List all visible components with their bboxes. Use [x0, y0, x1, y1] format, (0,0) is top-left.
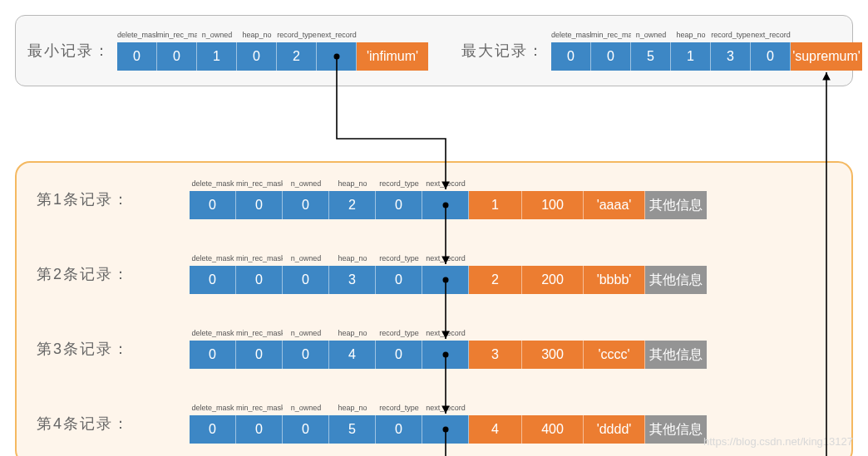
column-header-min_rec_mask: min_rec_mask: [236, 254, 283, 266]
user-record-label: 第4条记录：: [37, 414, 178, 434]
column-header-delete_mask: delete_mask: [190, 329, 236, 341]
header-cell-n_owned: 1: [197, 42, 237, 71]
column-header-next_record: next_record: [422, 179, 469, 191]
header-cell-heap_no: 2: [329, 191, 376, 219]
column-header-heap_no: heap_no: [329, 254, 376, 266]
header-cell-record_type: 2: [277, 42, 317, 71]
column-header-next_record: next_record: [422, 254, 469, 266]
header-cell-min_rec_mask: 0: [236, 415, 283, 444]
header-cell-heap_no: 4: [329, 341, 376, 369]
header-cell-min_rec_mask: 0: [591, 42, 631, 71]
header-cell-record_type: 0: [376, 266, 422, 294]
data-cell: 200: [522, 266, 584, 294]
column-header-delete_mask: delete_mask: [190, 404, 236, 415]
system-record: 最大记录：delete_maskmin_rec_maskn_ownedheap_…: [461, 31, 862, 71]
other-info-cell: 其他信息: [645, 191, 707, 219]
data-cell: 300: [522, 341, 584, 369]
column-header-record_type: record_type: [711, 31, 751, 42]
header-cell-delete_mask: 0: [190, 415, 236, 444]
column-header-record_type: record_type: [376, 329, 422, 341]
column-header-heap_no: heap_no: [329, 179, 376, 191]
column-header-heap_no: heap_no: [237, 31, 277, 42]
user-record-label: 第2条记录：: [37, 264, 178, 284]
header-cell-heap_no: 3: [329, 266, 376, 294]
data-cell: 'bbbb': [584, 266, 645, 294]
data-cell: 'aaaa': [584, 191, 645, 219]
system-records-box: 最小记录：delete_maskmin_rec_maskn_ownedheap_…: [15, 15, 853, 86]
header-cell-record_type: 0: [376, 415, 422, 444]
system-record-label: 最大记录：: [461, 41, 545, 61]
record-payload: 'infimum': [357, 42, 428, 71]
column-header-next_record: next_record: [422, 329, 469, 341]
data-cell: 'cccc': [584, 341, 645, 369]
header-cell-record_type: 3: [711, 42, 751, 71]
column-header-heap_no: heap_no: [329, 329, 376, 341]
column-header-n_owned: n_owned: [283, 254, 329, 266]
data-cell: 2: [469, 266, 522, 294]
column-header-delete_mask: delete_mask: [190, 179, 236, 191]
column-header-delete_mask: delete_mask: [551, 31, 591, 42]
header-cell-record_type: 0: [376, 191, 422, 219]
user-record-label: 第3条记录：: [37, 339, 178, 359]
header-cell-heap_no: 0: [237, 42, 277, 71]
header-cell-heap_no: 5: [329, 415, 376, 444]
column-header-min_rec_mask: min_rec_mask: [236, 329, 283, 341]
header-cell-delete_mask: 0: [190, 341, 236, 369]
header-cell-min_rec_mask: 0: [236, 266, 283, 294]
column-header-n_owned: n_owned: [283, 404, 329, 415]
header-cell-n_owned: 0: [283, 415, 329, 444]
header-cell-next_record: [422, 191, 469, 219]
header-cell-n_owned: 0: [283, 266, 329, 294]
column-header-n_owned: n_owned: [197, 31, 237, 42]
header-cell-delete_mask: 0: [117, 42, 157, 71]
user-records-box: 第1条记录：delete_maskmin_rec_maskn_ownedheap…: [15, 161, 853, 456]
record-payload: 'supremum': [791, 42, 862, 71]
system-record-label: 最小记录：: [27, 41, 111, 61]
other-info-cell: 其他信息: [645, 341, 707, 369]
column-header-n_owned: n_owned: [631, 31, 671, 42]
column-header-record_type: record_type: [376, 179, 422, 191]
data-cell: 100: [522, 191, 584, 219]
column-header-heap_no: heap_no: [329, 404, 376, 415]
column-header-heap_no: heap_no: [671, 31, 711, 42]
header-cell-n_owned: 5: [631, 42, 671, 71]
column-header-next_record: next_record: [751, 31, 791, 42]
header-cell-next_record: [422, 415, 469, 444]
column-header-n_owned: n_owned: [283, 329, 329, 341]
header-cell-delete_mask: 0: [190, 191, 236, 219]
user-record-row: 第1条记录：delete_maskmin_rec_maskn_ownedheap…: [37, 179, 831, 219]
column-header-n_owned: n_owned: [283, 179, 329, 191]
header-cell-record_type: 0: [376, 341, 422, 369]
user-record-label: 第1条记录：: [37, 189, 178, 209]
data-cell: 4: [469, 415, 522, 444]
header-cell-n_owned: 0: [283, 341, 329, 369]
header-cell-next_record: 0: [751, 42, 791, 71]
column-header-record_type: record_type: [277, 31, 317, 42]
header-cell-delete_mask: 0: [551, 42, 591, 71]
header-cell-heap_no: 1: [671, 42, 711, 71]
other-info-cell: 其他信息: [645, 415, 707, 444]
watermark: https://blog.csdn.net/king13127: [703, 435, 853, 448]
data-cell: 'dddd': [584, 415, 645, 444]
system-record: 最小记录：delete_maskmin_rec_maskn_ownedheap_…: [27, 31, 428, 71]
header-cell-min_rec_mask: 0: [236, 341, 283, 369]
column-header-next_record: next_record: [317, 31, 357, 42]
column-header-delete_mask: delete_mask: [190, 254, 236, 266]
column-header-delete_mask: delete_mask: [117, 31, 157, 42]
header-cell-next_record: [317, 42, 357, 71]
header-cell-delete_mask: 0: [190, 266, 236, 294]
column-header-min_rec_mask: min_rec_mask: [236, 179, 283, 191]
user-record-row: 第3条记录：delete_maskmin_rec_maskn_ownedheap…: [37, 329, 831, 369]
column-header-record_type: record_type: [376, 254, 422, 266]
column-header-min_rec_mask: min_rec_mask: [157, 31, 197, 42]
header-cell-n_owned: 0: [283, 191, 329, 219]
column-header-min_rec_mask: min_rec_mask: [591, 31, 631, 42]
data-cell: 1: [469, 191, 522, 219]
header-cell-next_record: [422, 266, 469, 294]
data-cell: 3: [469, 341, 522, 369]
column-header-min_rec_mask: min_rec_mask: [236, 404, 283, 415]
other-info-cell: 其他信息: [645, 266, 707, 294]
data-cell: 400: [522, 415, 584, 444]
user-record-row: 第2条记录：delete_maskmin_rec_maskn_ownedheap…: [37, 254, 831, 294]
header-cell-min_rec_mask: 0: [236, 191, 283, 219]
